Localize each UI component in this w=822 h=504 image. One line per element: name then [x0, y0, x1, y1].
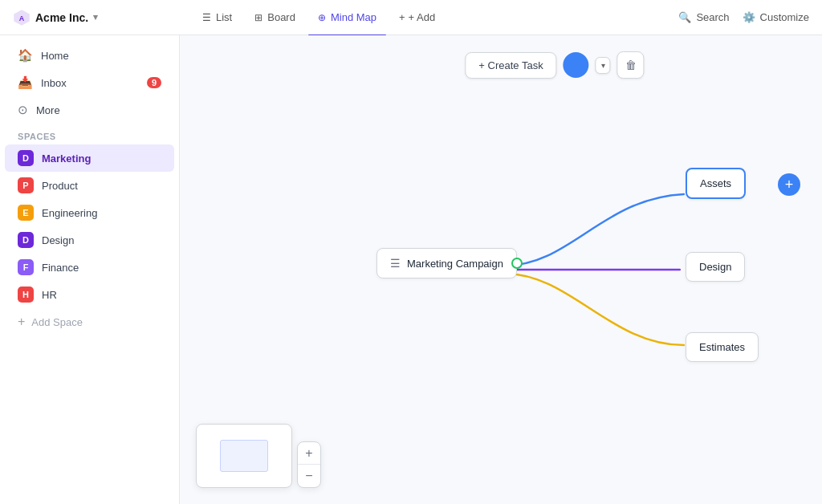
zoom-in-icon: +: [305, 446, 312, 461]
svg-text:A: A: [19, 14, 25, 22]
sidebar-item-design[interactable]: D Design: [5, 226, 174, 254]
chevron-down-icon: ▾: [601, 61, 605, 70]
zoom-out-icon: −: [305, 469, 312, 483]
zoom-in-button[interactable]: +: [298, 442, 320, 465]
app-name-text: Acme Inc.: [35, 11, 88, 24]
root-node[interactable]: ☰ Marketing Campaign: [376, 248, 517, 278]
connector-dot: [511, 258, 523, 269]
search-icon: 🔍: [678, 11, 691, 23]
plus-icon: +: [785, 177, 794, 192]
search-button[interactable]: 🔍 Search: [678, 11, 729, 23]
product-icon: P: [18, 177, 34, 193]
node-design[interactable]: Design: [686, 252, 745, 282]
main-canvas: + Create Task ▾ 🗑 ☰ Marketing Campaign: [180, 35, 822, 504]
sidebar-item-home[interactable]: 🏠 Home: [5, 42, 174, 69]
add-space-plus-icon: +: [18, 315, 25, 329]
topbar: A Acme Inc. ▾ ☰ List ⊞ Board ⊕ Mind Map …: [0, 0, 822, 35]
sidebar-item-finance[interactable]: F Finance: [5, 254, 174, 281]
more-icon: ⊙: [18, 103, 28, 117]
marketing-icon: D: [18, 150, 34, 166]
create-task-button[interactable]: + Create Task: [465, 52, 556, 79]
inbox-badge: 9: [147, 77, 161, 88]
board-icon: ⊞: [254, 12, 262, 23]
add-space-button[interactable]: + Add Space: [5, 308, 174, 335]
engineering-icon: E: [18, 205, 34, 221]
topbar-right: 🔍 Search ⚙️ Customize: [678, 11, 809, 23]
gear-icon: ⚙️: [743, 11, 755, 23]
add-view-button[interactable]: + + Add: [389, 6, 445, 28]
hr-icon: H: [18, 287, 34, 303]
plus-icon: +: [399, 11, 405, 23]
add-child-button[interactable]: +: [778, 173, 800, 196]
finance-icon: F: [18, 259, 34, 275]
minimap: [196, 424, 292, 488]
zoom-controls: + −: [297, 441, 321, 488]
layout: 🏠 Home 📥 Inbox 9 ⊙ More Spaces D Marketi…: [0, 35, 822, 504]
inbox-icon: 📥: [18, 75, 33, 90]
delete-button[interactable]: 🗑: [617, 51, 645, 79]
tab-mindmap[interactable]: ⊕ Mind Map: [308, 6, 386, 28]
root-node-list-icon: ☰: [390, 257, 401, 270]
list-icon: ☰: [202, 12, 211, 23]
tab-board[interactable]: ⊞ Board: [245, 6, 305, 28]
tab-list[interactable]: ☰ List: [193, 6, 242, 28]
nav-tabs: ☰ List ⊞ Board ⊕ Mind Map + + Add: [193, 6, 678, 28]
color-dropdown-button[interactable]: ▾: [596, 57, 611, 74]
node-assets[interactable]: Assets: [686, 168, 746, 199]
app-chevron-icon: ▾: [93, 12, 98, 22]
design-icon: D: [18, 232, 34, 248]
mindmap-toolbar: + Create Task ▾ 🗑: [465, 51, 644, 79]
sidebar-item-marketing[interactable]: D Marketing: [5, 144, 174, 172]
color-button[interactable]: [564, 52, 589, 78]
mindmap-icon: ⊕: [318, 12, 326, 23]
app-logo-icon: A: [13, 9, 31, 26]
trash-icon: 🗑: [625, 59, 637, 71]
zoom-out-button[interactable]: −: [298, 465, 320, 487]
customize-button[interactable]: ⚙️ Customize: [743, 11, 809, 23]
sidebar-item-more[interactable]: ⊙ More: [5, 96, 174, 124]
minimap-viewport: [220, 440, 268, 472]
app-logo[interactable]: A Acme Inc. ▾: [13, 9, 193, 26]
sidebar-item-engineering[interactable]: E Engineering: [5, 199, 174, 226]
sidebar-item-inbox[interactable]: 📥 Inbox 9: [5, 69, 174, 96]
spaces-label: Spaces: [0, 124, 179, 144]
sidebar-item-hr[interactable]: H HR: [5, 281, 174, 308]
home-icon: 🏠: [18, 48, 33, 63]
node-estimates[interactable]: Estimates: [686, 332, 759, 362]
sidebar-item-product[interactable]: P Product: [5, 172, 174, 199]
sidebar: 🏠 Home 📥 Inbox 9 ⊙ More Spaces D Marketi…: [0, 35, 180, 504]
